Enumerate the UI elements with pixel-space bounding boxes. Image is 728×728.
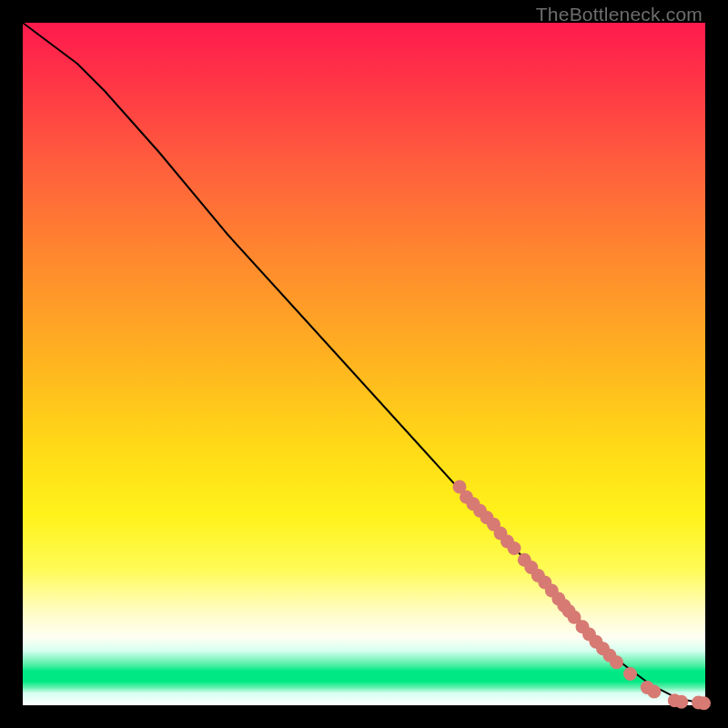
chart-frame: TheBottleneck.com (0, 0, 728, 728)
data-point (610, 655, 623, 669)
chart-svg (23, 23, 705, 705)
data-point (697, 696, 711, 710)
data-point (508, 541, 521, 555)
plot-area (23, 23, 705, 705)
bottleneck-curve (23, 23, 705, 703)
data-point (647, 685, 661, 699)
data-point (674, 695, 688, 709)
data-markers (453, 480, 712, 711)
data-point (623, 667, 637, 681)
